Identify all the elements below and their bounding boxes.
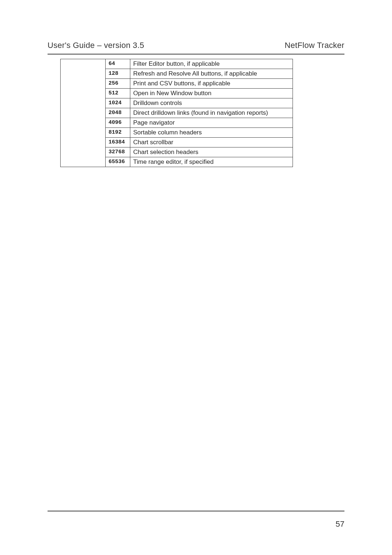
header-right: NetFlow Tracker bbox=[285, 41, 344, 50]
table-spacer-cell bbox=[61, 59, 106, 167]
table-cell-code: 4096 bbox=[106, 118, 130, 128]
table-cell-desc: Refresh and Resolve All buttons, if appl… bbox=[130, 69, 293, 79]
table-cell-desc: Filter Editor button, if applicable bbox=[130, 59, 293, 69]
flags-table-element: 64Filter Editor button, if applicable128… bbox=[60, 59, 293, 167]
page-number: 57 bbox=[336, 519, 344, 529]
header-left: User's Guide – version 3.5 bbox=[48, 41, 144, 50]
table-cell-code: 128 bbox=[106, 69, 130, 79]
table-cell-code: 16384 bbox=[106, 138, 130, 147]
table-cell-desc: Time range editor, if specified bbox=[130, 157, 293, 167]
table-cell-desc: Chart selection headers bbox=[130, 147, 293, 157]
footer-rule bbox=[48, 511, 344, 511]
table-cell-desc: Sortable column headers bbox=[130, 128, 293, 138]
table-cell-desc: Page navigator bbox=[130, 118, 293, 128]
table-cell-code: 65536 bbox=[106, 157, 130, 167]
table-cell-code: 8192 bbox=[106, 128, 130, 138]
flags-table: 64Filter Editor button, if applicable128… bbox=[60, 59, 293, 167]
page-header: User's Guide – version 3.5 NetFlow Track… bbox=[48, 41, 344, 54]
table-cell-desc: Drilldown controls bbox=[130, 98, 293, 108]
table-cell-code: 32768 bbox=[106, 147, 130, 157]
header-row: User's Guide – version 3.5 NetFlow Track… bbox=[48, 41, 344, 52]
table-row: 64Filter Editor button, if applicable bbox=[61, 59, 293, 69]
table-cell-code: 2048 bbox=[106, 108, 130, 118]
table-cell-desc: Direct drilldown links (found in navigat… bbox=[130, 108, 293, 118]
table-cell-code: 512 bbox=[106, 89, 130, 98]
table-cell-desc: Print and CSV buttons, if applicable bbox=[130, 79, 293, 89]
table-cell-code: 1024 bbox=[106, 98, 130, 108]
table-cell-code: 64 bbox=[106, 59, 130, 69]
header-rule bbox=[48, 54, 344, 54]
page: User's Guide – version 3.5 NetFlow Track… bbox=[0, 0, 392, 555]
table-cell-code: 256 bbox=[106, 79, 130, 89]
table-cell-desc: Open in New Window button bbox=[130, 89, 293, 98]
table-cell-desc: Chart scrollbar bbox=[130, 138, 293, 147]
